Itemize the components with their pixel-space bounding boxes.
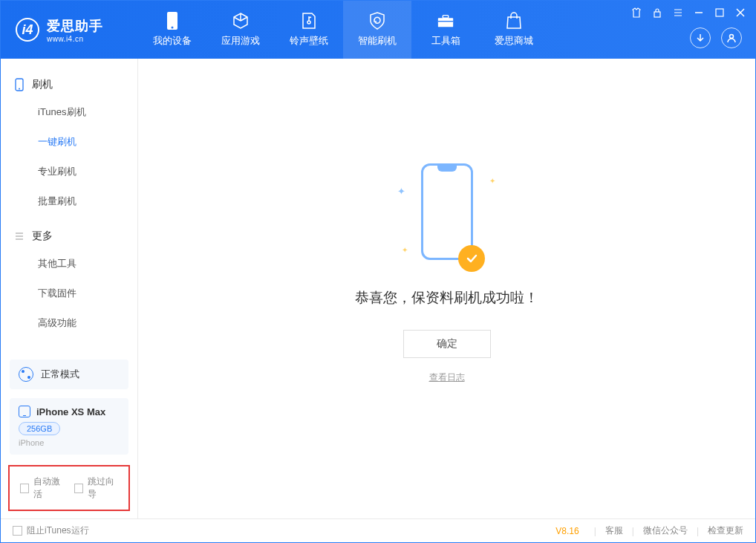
body: 刷机 iTunes刷机 一键刷机 专业刷机 批量刷机 更多 其他工具 下载固件 … — [1, 59, 755, 518]
mode-box[interactable]: 正常模式 — [10, 360, 128, 389]
mode-icon — [19, 367, 33, 382]
group-title: 更多 — [32, 230, 53, 243]
minimize-icon[interactable] — [693, 7, 705, 19]
lock-icon[interactable] — [651, 7, 663, 19]
tab-label: 应用游戏 — [221, 34, 260, 48]
sidebar-group-more: 更多 — [1, 224, 137, 249]
shield-refresh-icon — [368, 12, 386, 30]
check-update-link[interactable]: 检查更新 — [708, 524, 743, 537]
sidebar-item-advanced[interactable]: 高级功能 — [1, 308, 137, 338]
tab-smart-flash[interactable]: 智能刷机 — [343, 1, 411, 59]
shirt-icon[interactable] — [630, 7, 642, 19]
tab-apps-games[interactable]: 应用游戏 — [206, 1, 275, 59]
close-icon[interactable] — [734, 7, 746, 19]
checkbox-skip-wizard[interactable]: 跳过向导 — [74, 475, 118, 501]
sidebar-item-other-tools[interactable]: 其他工具 — [1, 249, 137, 279]
sidebar-item-batch-flash[interactable]: 批量刷机 — [1, 186, 137, 216]
mode-label: 正常模式 — [41, 368, 79, 381]
music-file-icon — [300, 12, 318, 30]
header-action-buttons — [690, 27, 742, 48]
sidebar-item-itunes-flash[interactable]: iTunes刷机 — [1, 97, 137, 127]
tab-ringtones[interactable]: 铃声壁纸 — [275, 1, 343, 59]
checkbox-label: 阻止iTunes运行 — [27, 524, 89, 537]
app-url: www.i4.cn — [47, 35, 103, 43]
tab-store[interactable]: 爱思商城 — [480, 1, 548, 59]
tab-label: 爱思商城 — [495, 34, 533, 48]
tab-label: 铃声壁纸 — [290, 34, 328, 48]
cube-icon — [232, 12, 250, 30]
user-button[interactable] — [721, 27, 742, 48]
phone-outline-icon — [14, 78, 25, 91]
device-box[interactable]: iPhone XS Max 256GB iPhone — [10, 398, 128, 455]
device-storage-badge: 256GB — [19, 422, 60, 435]
checkbox-label: 自动激活 — [33, 475, 64, 501]
tab-toolbox[interactable]: 工具箱 — [411, 1, 480, 59]
sidebar-group-flash: 刷机 — [1, 72, 137, 97]
app-name: 爱思助手 — [47, 17, 103, 35]
logo-area[interactable]: i4 爱思助手 www.i4.cn — [1, 17, 138, 43]
menu-icon[interactable] — [672, 7, 684, 19]
tab-label: 我的设备 — [153, 34, 192, 48]
flash-options-highlighted: 自动激活 跳过向导 — [8, 465, 130, 511]
maximize-icon[interactable] — [714, 7, 726, 19]
checkmark-badge-icon — [458, 245, 485, 272]
bag-icon — [505, 12, 523, 30]
svg-rect-2 — [438, 18, 453, 27]
checkbox-block-itunes[interactable]: 阻止iTunes运行 — [13, 524, 89, 537]
list-icon — [14, 231, 25, 241]
device-icon — [163, 12, 181, 30]
checkbox-icon — [20, 484, 29, 493]
sidebar: 刷机 iTunes刷机 一键刷机 专业刷机 批量刷机 更多 其他工具 下载固件 … — [1, 59, 138, 518]
tab-label: 工具箱 — [431, 34, 460, 48]
view-log-link[interactable]: 查看日志 — [429, 371, 465, 384]
sparkle-icon: ✦ — [397, 186, 405, 197]
footer: 阻止iTunes运行 V8.16 | 客服 | 微信公众号 | 检查更新 — [1, 518, 755, 542]
logo-icon: i4 — [16, 18, 39, 42]
device-type: iPhone — [19, 438, 120, 447]
phone-outline-icon — [421, 163, 473, 260]
checkbox-icon — [13, 526, 22, 536]
nav-tabs: 我的设备 应用游戏 铃声壁纸 智能刷机 工具箱 爱思商城 — [138, 1, 548, 59]
wechat-link[interactable]: 微信公众号 — [643, 524, 688, 537]
main-content: ✦ ✦ ✦ 恭喜您，保资料刷机成功啦！ 确定 查看日志 — [138, 59, 755, 518]
success-illustration: ✦ ✦ ✦ — [414, 163, 480, 267]
svg-point-9 — [19, 88, 20, 90]
sidebar-item-download-firmware[interactable]: 下载固件 — [1, 279, 137, 308]
sidebar-item-oneclick-flash[interactable]: 一键刷机 — [1, 127, 137, 157]
device-name: iPhone XS Max — [36, 406, 105, 417]
sidebar-item-pro-flash[interactable]: 专业刷机 — [1, 157, 137, 186]
svg-rect-5 — [654, 12, 660, 17]
device-small-icon — [19, 406, 30, 417]
support-link[interactable]: 客服 — [605, 524, 623, 537]
footer-right: V8.16 | 客服 | 微信公众号 | 检查更新 — [555, 524, 743, 537]
tab-my-device[interactable]: 我的设备 — [138, 1, 206, 59]
group-title: 刷机 — [32, 78, 53, 91]
version-label: V8.16 — [555, 526, 579, 536]
svg-point-7 — [730, 35, 734, 39]
success-message: 恭喜您，保资料刷机成功啦！ — [355, 288, 538, 308]
sparkle-icon: ✦ — [402, 246, 408, 254]
svg-rect-4 — [438, 21, 453, 22]
ok-button[interactable]: 确定 — [403, 330, 491, 358]
checkbox-auto-activate[interactable]: 自动激活 — [20, 475, 64, 501]
logo-text: 爱思助手 www.i4.cn — [47, 17, 103, 43]
svg-rect-3 — [443, 16, 448, 19]
svg-rect-6 — [716, 9, 723, 16]
sparkle-icon: ✦ — [489, 177, 495, 185]
svg-point-1 — [172, 27, 174, 29]
toolbox-icon — [437, 12, 454, 30]
window-controls — [630, 7, 746, 19]
header: i4 爱思助手 www.i4.cn 我的设备 应用游戏 铃声壁纸 智能刷机 工具… — [1, 1, 755, 59]
checkbox-icon — [74, 484, 83, 493]
download-button[interactable] — [690, 27, 711, 48]
tab-label: 智能刷机 — [358, 34, 397, 48]
checkbox-label: 跳过向导 — [88, 475, 118, 501]
